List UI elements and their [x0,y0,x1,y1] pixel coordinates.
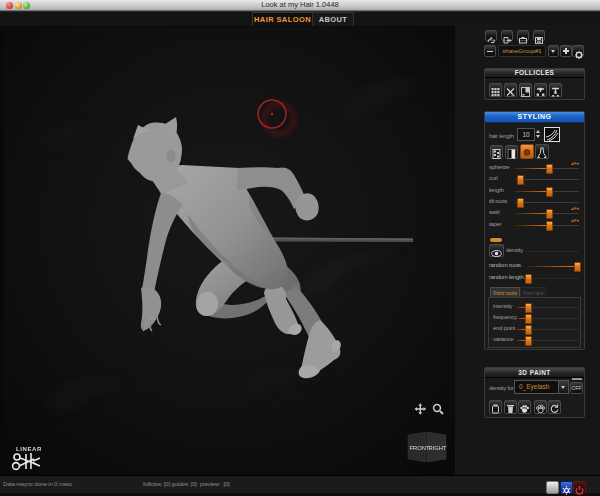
svg-text:LINEAR: LINEAR [16,446,42,452]
svg-text:FRONT: FRONT [410,445,430,451]
svg-text:RIGHT: RIGHT [429,445,447,451]
